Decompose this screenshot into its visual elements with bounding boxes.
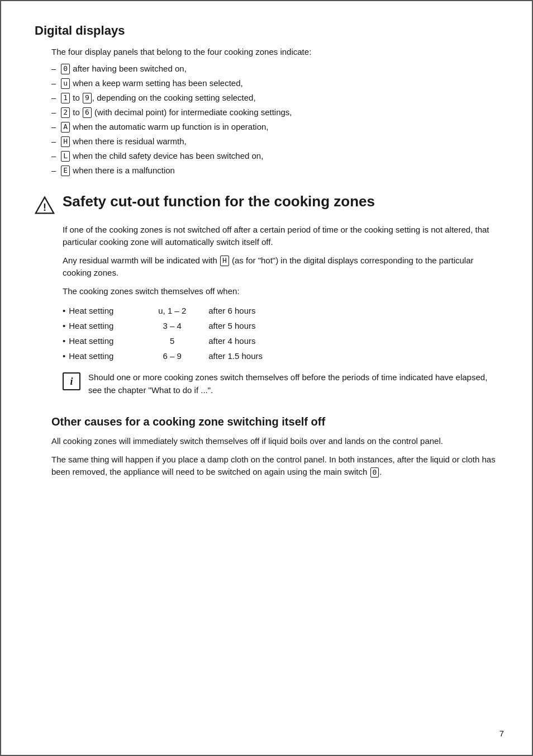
page-number: 7 <box>499 729 504 738</box>
svg-text:!: ! <box>43 201 46 212</box>
other-causes-para-1: All cooking zones will immediately switc… <box>51 435 498 448</box>
bullet: • <box>63 318 65 333</box>
info-text: Should one or more cooking zones switch … <box>88 371 498 396</box>
heat-row: • Heat setting u, 1 – 2 after 6 hours <box>63 303 498 318</box>
heat-duration: after 1.5 hours <box>208 348 263 363</box>
safety-content: If one of the cooking zones is not switc… <box>63 224 498 403</box>
list-item: – L when the child safety device has bee… <box>51 149 498 163</box>
other-causes-content-wrapper: Other causes for a cooking zone switchin… <box>51 415 498 479</box>
page: Digital displays The four display panels… <box>0 0 533 756</box>
display-symbol-main-switch: 0 <box>370 467 379 478</box>
digital-displays-title: Digital displays <box>35 23 498 38</box>
other-causes-para-2: The same thing will happen if you place … <box>51 453 498 479</box>
warning-triangle-icon: ! <box>35 195 55 215</box>
heat-range: 3 – 4 <box>147 318 197 333</box>
dash: – <box>51 106 56 119</box>
warning-icon: ! <box>35 195 55 217</box>
heat-label: Heat setting <box>69 318 147 333</box>
display-symbol-0: 0 <box>61 64 70 74</box>
other-causes-section: Other causes for a cooking zone switchin… <box>35 415 498 479</box>
display-symbol-a: A <box>61 122 70 133</box>
safety-title: Safety cut-out function for the cooking … <box>63 193 375 210</box>
safety-para-1: If one of the cooking zones is not switc… <box>63 224 498 249</box>
heat-duration: after 6 hours <box>208 303 255 318</box>
list-item-text: L when the child safety device has been … <box>60 149 263 163</box>
heat-row: • Heat setting 6 – 9 after 1.5 hours <box>63 348 498 363</box>
safety-para-3: The cooking zones switch themselves off … <box>63 285 498 298</box>
list-item: – 0 after having been switched on, <box>51 62 498 75</box>
bullet: • <box>63 348 65 363</box>
display-symbol-l: L <box>61 151 70 162</box>
dash: – <box>51 149 56 163</box>
heat-duration: after 4 hours <box>208 333 255 348</box>
list-item-text: 0 after having been switched on, <box>60 62 186 75</box>
display-symbol-h: H <box>61 136 70 147</box>
safety-section: ! Safety cut-out function for the cookin… <box>35 193 498 403</box>
list-item: – E when there is a malfunction <box>51 164 498 177</box>
bullet: • <box>63 303 65 318</box>
digital-displays-section: Digital displays The four display panels… <box>35 23 498 177</box>
digital-displays-content: The four display panels that belong to t… <box>51 46 498 177</box>
dash: – <box>51 120 56 134</box>
list-item-text: H when there is residual warmth, <box>60 135 186 148</box>
dash: – <box>51 135 56 148</box>
dash: – <box>51 164 56 177</box>
other-causes-content: All cooking zones will immediately switc… <box>51 435 498 479</box>
heat-range: u, 1 – 2 <box>147 303 197 318</box>
heat-range: 6 – 9 <box>147 348 197 363</box>
heat-label: Heat setting <box>69 303 147 318</box>
heat-settings-table: • Heat setting u, 1 – 2 after 6 hours • … <box>63 303 498 363</box>
list-item: – 1 to 9, depending on the cooking setti… <box>51 91 498 105</box>
bullet: • <box>63 333 65 348</box>
safety-para-2: Any residual warmth will be indicated wi… <box>63 254 498 280</box>
heat-row: • Heat setting 5 after 4 hours <box>63 333 498 348</box>
heat-duration: after 5 hours <box>208 318 255 333</box>
display-symbol-9: 9 <box>83 93 92 103</box>
dash: – <box>51 91 56 105</box>
list-item-text: 1 to 9, depending on the cooking setting… <box>60 91 255 105</box>
heat-row: • Heat setting 3 – 4 after 5 hours <box>63 318 498 333</box>
display-symbol-2: 2 <box>61 107 70 118</box>
list-item: – 2 to 6 (with decimal point) for interm… <box>51 106 498 119</box>
display-symbol-6: 6 <box>83 107 92 118</box>
list-item: – u when a keep warm setting has been se… <box>51 77 498 90</box>
display-symbol-e: E <box>61 166 70 176</box>
dash: – <box>51 62 56 75</box>
list-item-text: A when the automatic warm up function is… <box>60 120 268 134</box>
display-symbol-u: u <box>61 78 70 89</box>
info-icon: i <box>63 372 80 390</box>
heat-label: Heat setting <box>69 333 147 348</box>
heat-range: 5 <box>147 333 197 348</box>
list-item-text: E when there is a malfunction <box>60 164 175 177</box>
digital-displays-list: – 0 after having been switched on, – u w… <box>51 62 498 177</box>
display-symbol-1: 1 <box>61 93 70 103</box>
digital-displays-intro: The four display panels that belong to t… <box>51 46 498 59</box>
heat-label: Heat setting <box>69 348 147 363</box>
list-item-text: u when a keep warm setting has been sele… <box>60 77 242 90</box>
warning-header: ! Safety cut-out function for the cookin… <box>35 193 498 217</box>
dash: – <box>51 77 56 90</box>
list-item: – H when there is residual warmth, <box>51 135 498 148</box>
info-box: i Should one or more cooking zones switc… <box>63 371 498 402</box>
display-symbol-h2: H <box>220 256 229 266</box>
list-item-text: 2 to 6 (with decimal point) for intermed… <box>60 106 292 119</box>
list-item: – A when the automatic warm up function … <box>51 120 498 134</box>
other-causes-title: Other causes for a cooking zone switchin… <box>51 415 498 428</box>
